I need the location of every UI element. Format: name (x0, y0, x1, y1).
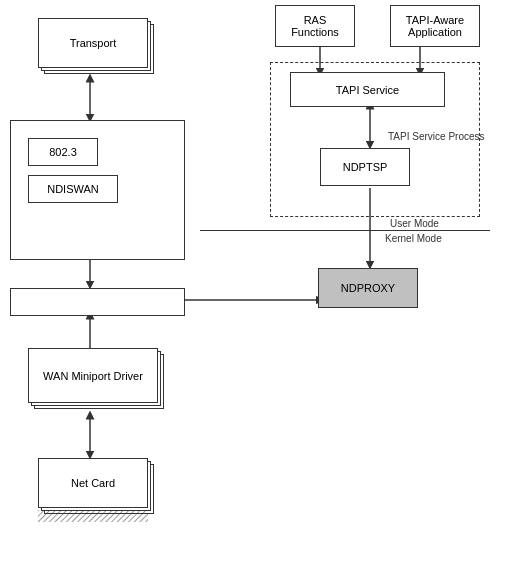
wan-miniport-label: WAN Miniport Driver (43, 370, 143, 382)
ras-functions-label: RAS Functions (291, 14, 339, 38)
transport-stack: Transport (38, 18, 148, 73)
tapi-process-label: TAPI Service Process (388, 130, 485, 143)
ndproxy-label: NDPROXY (341, 282, 395, 294)
user-mode-label: User Mode (390, 218, 439, 229)
kernel-mode-label: Kernel Mode (385, 233, 442, 244)
tapi-service-label: TAPI Service (336, 84, 399, 96)
mode-divider (200, 230, 490, 231)
transport-label: Transport (70, 37, 117, 49)
ieee8023-label: 802.3 (49, 146, 77, 158)
ieee8023-box: 802.3 (28, 138, 98, 166)
net-card-stack: Net Card (38, 458, 148, 513)
wan-miniport-stack: WAN Miniport Driver (28, 348, 158, 413)
svg-rect-13 (38, 510, 148, 522)
ras-functions-box: RAS Functions (275, 5, 355, 47)
tapi-service-box: TAPI Service (290, 72, 445, 107)
net-card-hatching (38, 510, 148, 522)
tapi-app-box: TAPI-Aware Application (390, 5, 480, 47)
ndproxy-box: NDPROXY (318, 268, 418, 308)
net-card-label: Net Card (71, 477, 115, 489)
ndiswan-label: NDISWAN (47, 183, 99, 195)
tapi-app-label: TAPI-Aware Application (406, 14, 464, 38)
ndiswan-box: NDISWAN (28, 175, 118, 203)
ndptsp-box: NDPTSP (320, 148, 410, 186)
ndptsp-label: NDPTSP (343, 161, 388, 173)
diagram: Transport NDIS 802.3 NDISWAN WAN Minipor… (0, 0, 505, 577)
connection-box (10, 288, 185, 316)
